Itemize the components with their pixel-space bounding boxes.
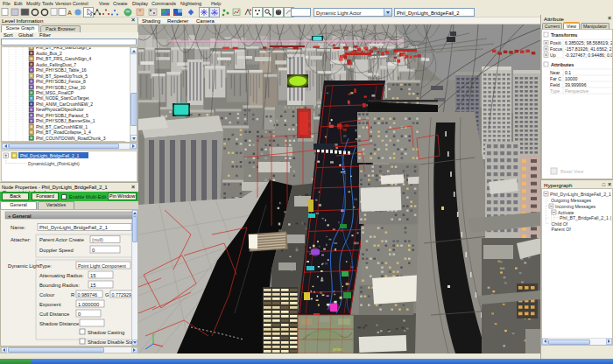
svg-text:Phil_BT_BridgeFall_2_1 (: Phil_BT_BridgeFall_2_1 ( [560, 215, 611, 220]
svg-text:A: A [67, 10, 72, 16]
svg-text:NewPhysicalObjectActor: NewPhysicalObjectActor [36, 107, 84, 112]
svg-text:Dynamic Light:: Dynamic Light: [8, 263, 42, 269]
svg-text:DynamicLight_(PointLight): DynamicLight_(PointLight) [28, 161, 80, 166]
svg-text:Phil_PHYSOBJ_Table_16: Phil_PHYSOBJ_Table_16 [36, 67, 87, 73]
svg-text:Phil_BT_CarCrushNEW_1: Phil_BT_CarCrushNEW_1 [36, 124, 88, 130]
svg-text:G: G [105, 292, 109, 298]
svg-text:Phil_ANIM_CarCrushNEW_2: Phil_ANIM_CarCrushNEW_2 [36, 102, 93, 107]
svg-text:Name:: Name: [11, 225, 25, 230]
svg-text:Child Of: Child Of [552, 221, 568, 227]
svg-text:6.385025; 98.568619; 2: 6.385025; 98.568619; 2 [565, 40, 612, 46]
svg-text:Exponent: Exponent [39, 302, 61, 307]
svg-text:Phil_DynLight_BridgeFall_2_1: Phil_DynLight_BridgeFall_2_1 [39, 225, 108, 230]
svg-text:0.989746: 0.989746 [78, 292, 97, 298]
svg-text:Type:: Type: [39, 263, 53, 269]
svg-text:Phil_DynLight_BridgeFall_2_1: Phil_DynLight_BridgeFall_2_1 [550, 192, 611, 197]
svg-text:Attributes: Attributes [551, 62, 574, 67]
svg-text:Parent Of: Parent Of [552, 227, 572, 232]
svg-text:Reset View: Reset View [560, 169, 583, 174]
svg-text:Colour: Colour [39, 292, 54, 298]
svg-text:1.000000: 1.000000 [78, 302, 99, 307]
svg-text:Parent Actor Create: Parent Actor Create [39, 237, 84, 242]
svg-text:Attacher:: Attacher: [11, 237, 32, 242]
svg-text:Phil_NODE_StartCutTarget: Phil_NODE_StartCutTarget [36, 95, 89, 101]
svg-text:Phil_BT_RoadCollapse_1_4: Phil_BT_RoadCollapse_1_4 [36, 130, 91, 135]
svg-text:(null): (null) [92, 237, 103, 242]
svg-text:Up: Up [550, 52, 556, 58]
svg-text:Outgoing Messages: Outgoing Messages [551, 198, 592, 203]
svg-text:Phil_BT_FRS_GanchSign_4: Phil_BT_FRS_GanchSign_4 [36, 56, 92, 61]
svg-text:Focus: Focus [550, 46, 563, 52]
svg-text:Phil_PHYSOBJ_Fence_8: Phil_PHYSOBJ_Fence_8 [36, 79, 86, 84]
svg-text:Phil_PHYSOBJ_BannerSite_1: Phil_PHYSOBJ_BannerSite_1 [36, 118, 95, 123]
svg-text:15: 15 [90, 283, 95, 288]
svg-text:39.999996: 39.999996 [565, 82, 587, 88]
svg-text:Shadow Distance: Shadow Distance [39, 321, 79, 326]
svg-text:Incoming Messages: Incoming Messages [555, 204, 596, 209]
svg-text:Phil_COUNTDOWN_RoadChunk_3: Phil_COUNTDOWN_RoadChunk_3 [36, 136, 106, 141]
svg-text:0: 0 [92, 248, 95, 253]
svg-text:0.772929: 0.772929 [112, 292, 131, 298]
svg-text:Phil_MSG_FinalCP: Phil_MSG_FinalCP [36, 90, 74, 95]
svg-text:Audio_Bus_2: Audio_Bus_2 [36, 51, 62, 56]
svg-text:Audio_FallingDust_7: Audio_FallingDust_7 [36, 62, 76, 67]
svg-text:Doppler Speed: Doppler Speed [39, 248, 74, 253]
svg-text:Phil_BT_SpeedUpTruck_5: Phil_BT_SpeedUpTruck_5 [36, 74, 88, 79]
svg-text:+ General: + General [8, 214, 32, 219]
svg-text:10000: 10000 [565, 76, 578, 81]
svg-text:0: 0 [78, 312, 81, 317]
svg-text:15: 15 [90, 273, 95, 278]
svg-text:Point Light Component: Point Light Component [78, 263, 126, 269]
svg-text:0.1: 0.1 [565, 70, 571, 75]
svg-text:Attenuating Radius:: Attenuating Radius: [39, 273, 84, 278]
svg-text:Transforms: Transforms [551, 32, 577, 38]
svg-text:Perspective: Perspective [565, 88, 588, 94]
svg-text:Near: Near [550, 70, 560, 75]
svg-text:Shadow Disable Static: Shadow Disable Static [88, 340, 132, 345]
svg-text:Phil_PHYSOBJ_Parasol_5: Phil_PHYSOBJ_Parasol_5 [36, 113, 88, 118]
svg-text:-0.327467; 0.94486; 0.0: -0.327467; 0.94486; 0.0 [565, 52, 612, 58]
svg-text:Bounding Radius:: Bounding Radius: [39, 283, 80, 288]
svg-text:Phil_DynLight_BridgeFall_2_1: Phil_DynLight_BridgeFall_2_1 [20, 153, 79, 158]
svg-text:R: R [71, 292, 74, 298]
svg-text:Shadow Casting: Shadow Casting [88, 330, 124, 335]
svg-text:prisn: prisn [333, 346, 342, 352]
svg-text:Cull Distance: Cull Distance [39, 312, 69, 317]
svg-text:Phil_PHYSOBJ_Char_30: Phil_PHYSOBJ_Char_30 [36, 85, 86, 90]
svg-text:Type: Type [550, 88, 560, 94]
svg-text:Activate: Activate [558, 210, 574, 215]
svg-text:Field: Field [550, 82, 560, 88]
svg-text:-157.81926; 41.6562; 2: -157.81926; 41.6562; 2 [565, 46, 612, 52]
svg-text:Positi: Positi [550, 40, 561, 46]
svg-text:Far C: Far C [550, 76, 561, 81]
